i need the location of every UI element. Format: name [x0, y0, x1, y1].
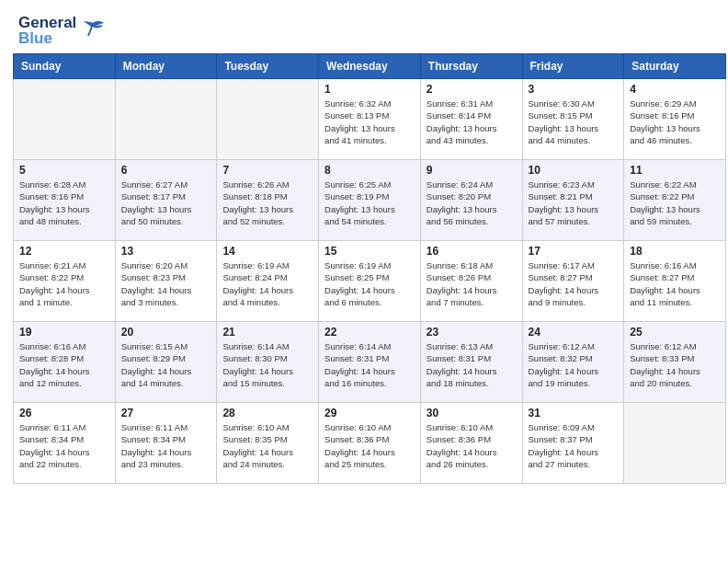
day-info: Sunrise: 6:12 AM Sunset: 8:33 PM Dayligh…	[630, 340, 720, 389]
calendar-cell: 26Sunrise: 6:11 AM Sunset: 8:34 PM Dayli…	[14, 403, 116, 484]
calendar-cell: 14Sunrise: 6:19 AM Sunset: 8:24 PM Dayli…	[217, 241, 319, 322]
weekday-header-thursday: Thursday	[420, 54, 522, 79]
day-number: 27	[121, 407, 211, 419]
calendar-cell: 23Sunrise: 6:13 AM Sunset: 8:31 PM Dayli…	[420, 322, 522, 403]
day-number: 20	[121, 326, 211, 339]
calendar-week-row: 12Sunrise: 6:21 AM Sunset: 8:22 PM Dayli…	[14, 241, 726, 322]
calendar-cell: 12Sunrise: 6:21 AM Sunset: 8:22 PM Dayli…	[14, 241, 116, 322]
calendar-cell	[115, 79, 217, 160]
day-number: 25	[630, 326, 720, 339]
day-info: Sunrise: 6:30 AM Sunset: 8:15 PM Dayligh…	[529, 98, 619, 146]
weekday-header-sunday: Sunday	[14, 54, 116, 79]
calendar-week-row: 1Sunrise: 6:32 AM Sunset: 8:13 PM Daylig…	[14, 79, 726, 160]
day-info: Sunrise: 6:31 AM Sunset: 8:14 PM Dayligh…	[427, 98, 517, 146]
day-number: 26	[19, 407, 109, 419]
calendar-cell: 28Sunrise: 6:10 AM Sunset: 8:35 PM Dayli…	[217, 403, 319, 484]
day-info: Sunrise: 6:20 AM Sunset: 8:23 PM Dayligh…	[121, 259, 211, 308]
header: General Blue	[0, 0, 728, 53]
calendar-cell: 29Sunrise: 6:10 AM Sunset: 8:36 PM Dayli…	[319, 403, 421, 484]
calendar-week-row: 19Sunrise: 6:16 AM Sunset: 8:28 PM Dayli…	[14, 322, 726, 403]
day-info: Sunrise: 6:15 AM Sunset: 8:29 PM Dayligh…	[121, 340, 211, 389]
day-info: Sunrise: 6:26 AM Sunset: 8:18 PM Dayligh…	[222, 178, 313, 227]
day-number: 19	[19, 326, 109, 339]
day-number: 4	[630, 83, 720, 96]
day-info: Sunrise: 6:22 AM Sunset: 8:22 PM Dayligh…	[630, 178, 720, 227]
day-info: Sunrise: 6:21 AM Sunset: 8:22 PM Dayligh…	[19, 259, 109, 308]
day-number: 8	[324, 164, 415, 177]
day-number: 18	[630, 245, 720, 258]
day-info: Sunrise: 6:27 AM Sunset: 8:17 PM Dayligh…	[121, 178, 211, 227]
calendar-wrapper: SundayMondayTuesdayWednesdayThursdayFrid…	[0, 53, 728, 491]
day-info: Sunrise: 6:16 AM Sunset: 8:27 PM Dayligh…	[630, 259, 720, 308]
day-info: Sunrise: 6:12 AM Sunset: 8:32 PM Dayligh…	[529, 340, 619, 389]
logo: General Blue	[18, 15, 106, 46]
day-number: 17	[529, 245, 619, 258]
day-info: Sunrise: 6:10 AM Sunset: 8:35 PM Dayligh…	[222, 421, 313, 470]
weekday-header-saturday: Saturday	[624, 54, 726, 79]
day-info: Sunrise: 6:16 AM Sunset: 8:28 PM Dayligh…	[19, 340, 109, 389]
day-info: Sunrise: 6:24 AM Sunset: 8:20 PM Dayligh…	[427, 178, 517, 227]
day-info: Sunrise: 6:11 AM Sunset: 8:34 PM Dayligh…	[121, 421, 211, 470]
day-number: 29	[324, 407, 415, 419]
calendar-cell: 3Sunrise: 6:30 AM Sunset: 8:15 PM Daylig…	[522, 79, 624, 160]
day-number: 6	[121, 164, 211, 177]
calendar-cell: 9Sunrise: 6:24 AM Sunset: 8:20 PM Daylig…	[420, 160, 522, 241]
calendar-cell: 5Sunrise: 6:28 AM Sunset: 8:16 PM Daylig…	[14, 160, 116, 241]
calendar-cell: 2Sunrise: 6:31 AM Sunset: 8:14 PM Daylig…	[420, 79, 522, 160]
calendar-week-row: 26Sunrise: 6:11 AM Sunset: 8:34 PM Dayli…	[14, 403, 726, 484]
day-info: Sunrise: 6:13 AM Sunset: 8:31 PM Dayligh…	[427, 340, 517, 389]
day-info: Sunrise: 6:09 AM Sunset: 8:37 PM Dayligh…	[529, 421, 619, 470]
day-number: 23	[427, 326, 517, 339]
calendar-week-row: 5Sunrise: 6:28 AM Sunset: 8:16 PM Daylig…	[14, 160, 726, 241]
calendar-cell: 15Sunrise: 6:19 AM Sunset: 8:25 PM Dayli…	[319, 241, 421, 322]
calendar-cell: 16Sunrise: 6:18 AM Sunset: 8:26 PM Dayli…	[420, 241, 522, 322]
day-info: Sunrise: 6:29 AM Sunset: 8:16 PM Dayligh…	[630, 98, 720, 146]
calendar-cell: 11Sunrise: 6:22 AM Sunset: 8:22 PM Dayli…	[624, 160, 726, 241]
day-info: Sunrise: 6:18 AM Sunset: 8:26 PM Dayligh…	[427, 259, 517, 308]
day-number: 7	[222, 164, 313, 177]
day-info: Sunrise: 6:25 AM Sunset: 8:19 PM Dayligh…	[324, 178, 415, 227]
day-info: Sunrise: 6:10 AM Sunset: 8:36 PM Dayligh…	[427, 421, 517, 470]
calendar-cell: 6Sunrise: 6:27 AM Sunset: 8:17 PM Daylig…	[115, 160, 217, 241]
calendar-cell: 4Sunrise: 6:29 AM Sunset: 8:16 PM Daylig…	[624, 79, 726, 160]
calendar-cell: 25Sunrise: 6:12 AM Sunset: 8:33 PM Dayli…	[624, 322, 726, 403]
day-number: 31	[529, 407, 619, 419]
calendar-cell: 27Sunrise: 6:11 AM Sunset: 8:34 PM Dayli…	[115, 403, 217, 484]
logo-bird-icon	[80, 17, 106, 43]
calendar-table: SundayMondayTuesdayWednesdayThursdayFrid…	[13, 53, 726, 484]
day-info: Sunrise: 6:10 AM Sunset: 8:36 PM Dayligh…	[324, 421, 415, 470]
calendar-cell	[624, 403, 726, 484]
weekday-header-friday: Friday	[522, 54, 624, 79]
calendar-cell: 19Sunrise: 6:16 AM Sunset: 8:28 PM Dayli…	[14, 322, 116, 403]
weekday-header-tuesday: Tuesday	[217, 54, 319, 79]
day-info: Sunrise: 6:23 AM Sunset: 8:21 PM Dayligh…	[529, 178, 619, 227]
day-number: 24	[529, 326, 619, 339]
calendar-cell: 10Sunrise: 6:23 AM Sunset: 8:21 PM Dayli…	[522, 160, 624, 241]
calendar-cell: 22Sunrise: 6:14 AM Sunset: 8:31 PM Dayli…	[319, 322, 421, 403]
day-number: 13	[121, 245, 211, 258]
day-number: 15	[324, 245, 415, 258]
weekday-header-monday: Monday	[115, 54, 217, 79]
calendar-cell	[217, 79, 319, 160]
calendar-cell: 30Sunrise: 6:10 AM Sunset: 8:36 PM Dayli…	[420, 403, 522, 484]
day-number: 9	[427, 164, 517, 177]
day-number: 21	[222, 326, 313, 339]
logo-blue: Blue	[18, 30, 76, 46]
day-number: 28	[222, 407, 313, 419]
day-number: 12	[19, 245, 109, 258]
day-info: Sunrise: 6:14 AM Sunset: 8:30 PM Dayligh…	[222, 340, 313, 389]
day-info: Sunrise: 6:11 AM Sunset: 8:34 PM Dayligh…	[19, 421, 109, 470]
day-number: 16	[427, 245, 517, 258]
day-info: Sunrise: 6:28 AM Sunset: 8:16 PM Dayligh…	[19, 178, 109, 227]
logo-general: General	[18, 15, 76, 30]
weekday-header-wednesday: Wednesday	[319, 54, 421, 79]
day-number: 10	[529, 164, 619, 177]
day-number: 3	[529, 83, 619, 96]
day-info: Sunrise: 6:14 AM Sunset: 8:31 PM Dayligh…	[324, 340, 415, 389]
calendar-cell: 13Sunrise: 6:20 AM Sunset: 8:23 PM Dayli…	[115, 241, 217, 322]
calendar-cell: 18Sunrise: 6:16 AM Sunset: 8:27 PM Dayli…	[624, 241, 726, 322]
calendar-cell	[14, 79, 116, 160]
calendar-cell: 31Sunrise: 6:09 AM Sunset: 8:37 PM Dayli…	[522, 403, 624, 484]
day-info: Sunrise: 6:19 AM Sunset: 8:24 PM Dayligh…	[222, 259, 313, 308]
day-info: Sunrise: 6:32 AM Sunset: 8:13 PM Dayligh…	[324, 98, 415, 146]
